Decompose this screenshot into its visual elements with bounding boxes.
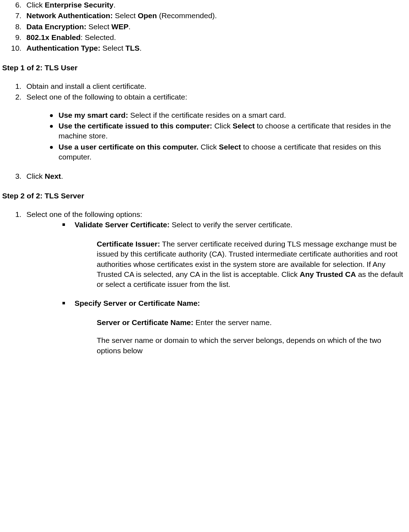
text: The server name or domain to which the s… — [97, 336, 381, 354]
text: Click — [212, 122, 233, 130]
document-body: Click Enterprise Security. Network Authe… — [0, 0, 409, 356]
bold-text: Any Trusted CA — [300, 270, 356, 278]
certificate-options-list: Use my smart card: Select if the certifi… — [26, 110, 407, 162]
bold-text: 802.1x Enabled — [26, 33, 81, 41]
text: . — [140, 44, 142, 52]
text: Select — [113, 11, 138, 20]
bold-text: WEP — [111, 22, 128, 31]
bold-text: Validate Server Certificate: — [75, 221, 170, 229]
bold-text: Select — [219, 143, 241, 151]
initial-ordered-list: Click Enterprise Security. Network Authe… — [0, 0, 407, 54]
bold-text: Data Encryption: — [26, 22, 86, 31]
list-item-6: Click Enterprise Security. — [24, 0, 407, 10]
list-item: Select one of the following options: Val… — [24, 209, 407, 356]
bold-text: TLS — [125, 44, 140, 52]
step2-ordered-list: Select one of the following options: Val… — [0, 209, 407, 356]
bold-text: Use my smart card: — [59, 111, 128, 119]
text: Select — [100, 44, 125, 52]
text: Click — [26, 1, 45, 9]
list-item: Click Next. — [24, 171, 407, 181]
list-item: Use a user certificate on this computer.… — [48, 142, 407, 162]
text: : Selected. — [81, 33, 116, 41]
server-options-list: Validate Server Certificate: Select to v… — [26, 220, 407, 356]
server-name-block: Server or Certificate Name: Enter the se… — [97, 318, 407, 356]
list-item-8: Data Encryption: Select WEP. — [24, 22, 407, 32]
text: Select one of the following to obtain a … — [26, 93, 187, 101]
text: Select — [86, 22, 111, 31]
list-item: Select one of the following to obtain a … — [24, 92, 407, 171]
text: Enter the server name. — [193, 318, 272, 326]
bold-text: Specify Server or Certificate Name: — [75, 299, 200, 307]
text: . — [61, 172, 63, 180]
step2-heading: Step 2 of 2: TLS Server — [2, 191, 407, 201]
text: . — [128, 22, 131, 31]
bold-text: Authentication Type: — [26, 44, 100, 52]
bold-text: Select — [233, 122, 255, 130]
bold-text: Use the certificate issued to this compu… — [59, 122, 212, 130]
list-item-9: 802.1x Enabled: Selected. — [24, 32, 407, 42]
text: . — [113, 1, 116, 9]
bold-text: Network Authentication: — [26, 11, 113, 20]
text: Click — [26, 172, 45, 180]
text: (Recommended). — [157, 11, 217, 20]
list-item-10: Authentication Type: Select TLS. — [24, 43, 407, 53]
bold-text: Next — [45, 172, 61, 180]
bold-text: Server or Certificate Name: — [97, 318, 193, 326]
bold-text: Certificate Issuer: — [97, 240, 160, 248]
list-item: Use my smart card: Select if the certifi… — [48, 110, 407, 120]
bold-text: Enterprise Security — [45, 1, 113, 9]
text: Click — [198, 143, 219, 151]
bold-text: Use a user certificate on this computer. — [59, 143, 198, 151]
list-item: Validate Server Certificate: Select to v… — [60, 220, 407, 298]
certificate-issuer-block: Certificate Issuer: The server certifica… — [97, 239, 407, 290]
text: Select if the certificate resides on a s… — [128, 111, 286, 119]
list-item-7: Network Authentication: Select Open (Rec… — [24, 11, 407, 21]
bold-text: Open — [138, 11, 157, 20]
text: Select one of the following options: — [26, 210, 142, 218]
step1-heading: Step 1 of 2: TLS User — [2, 63, 407, 73]
step1-ordered-list: Obtain and install a client certificate.… — [0, 81, 407, 182]
text: Select to verify the server certificate. — [170, 221, 292, 229]
list-item: Specify Server or Certificate Name: Serv… — [60, 298, 407, 356]
text: Obtain and install a client certificate. — [26, 82, 146, 90]
list-item: Obtain and install a client certificate. — [24, 81, 407, 91]
list-item: Use the certificate issued to this compu… — [48, 121, 407, 141]
